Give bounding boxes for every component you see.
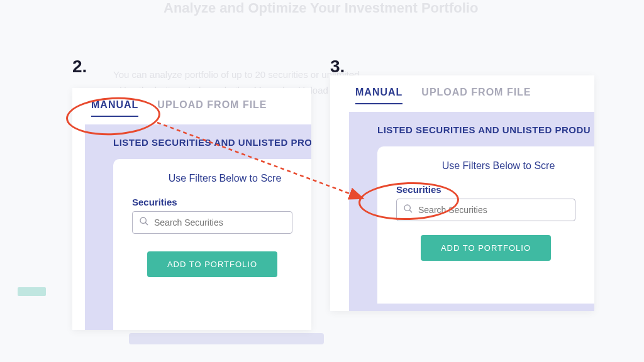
securities-search-input[interactable]	[418, 205, 569, 215]
svg-line-3	[409, 210, 412, 212]
tab-upload-from-file[interactable]: UPLOAD FROM FILE	[157, 99, 267, 117]
svg-line-1	[145, 222, 148, 225]
tab-manual[interactable]: MANUAL	[91, 99, 138, 117]
filter-card: Use Filters Below to Scre Securities ADD…	[113, 159, 311, 330]
background-faded-bar	[129, 333, 324, 344]
background-title: Analyze and Optimize Your Investment Por…	[164, 0, 478, 16]
search-icon	[403, 204, 413, 216]
background-subtitle-1: You can analyze portfolio of up to 20 se…	[113, 69, 359, 80]
panel-body: LISTED SECURITIES AND UNLISTED PRODUCTS …	[85, 124, 311, 330]
filter-card: Use Filters Below to Scre Securities ADD…	[377, 146, 594, 304]
add-to-portfolio-button[interactable]: ADD TO PORTFOLIO	[421, 235, 551, 261]
panel-body: LISTED SECURITIES AND UNLISTED PRODU Use…	[349, 112, 594, 311]
card-subtitle: Use Filters Below to Scre	[396, 160, 575, 184]
panel-step-3: MANUAL UPLOAD FROM FILE LISTED SECURITIE…	[330, 75, 594, 311]
tab-manual[interactable]: MANUAL	[355, 87, 402, 104]
svg-point-2	[404, 205, 410, 211]
securities-search-box[interactable]	[132, 211, 292, 234]
panel-header-text: LISTED SECURITIES AND UNLISTED PRODUCTS	[101, 134, 311, 159]
securities-search-input[interactable]	[154, 217, 286, 228]
add-to-portfolio-button[interactable]: ADD TO PORTFOLIO	[147, 251, 277, 277]
background-faded-button	[18, 287, 46, 296]
securities-search-box[interactable]	[396, 199, 575, 221]
tabs-row: MANUAL UPLOAD FROM FILE	[72, 88, 311, 117]
tab-upload-from-file[interactable]: UPLOAD FROM FILE	[421, 87, 531, 104]
securities-label: Securities	[132, 197, 292, 207]
tabs-row: MANUAL UPLOAD FROM FILE	[330, 75, 594, 104]
step-number-3: 3.	[330, 57, 345, 77]
securities-label: Securities	[396, 184, 575, 195]
panel-header-text: LISTED SECURITIES AND UNLISTED PRODU	[365, 121, 594, 146]
search-icon	[139, 216, 149, 229]
step-number-2: 2.	[72, 57, 87, 77]
card-subtitle: Use Filters Below to Scre	[132, 173, 292, 197]
svg-point-0	[140, 217, 146, 223]
panel-step-2: MANUAL UPLOAD FROM FILE LISTED SECURITIE…	[72, 88, 311, 330]
